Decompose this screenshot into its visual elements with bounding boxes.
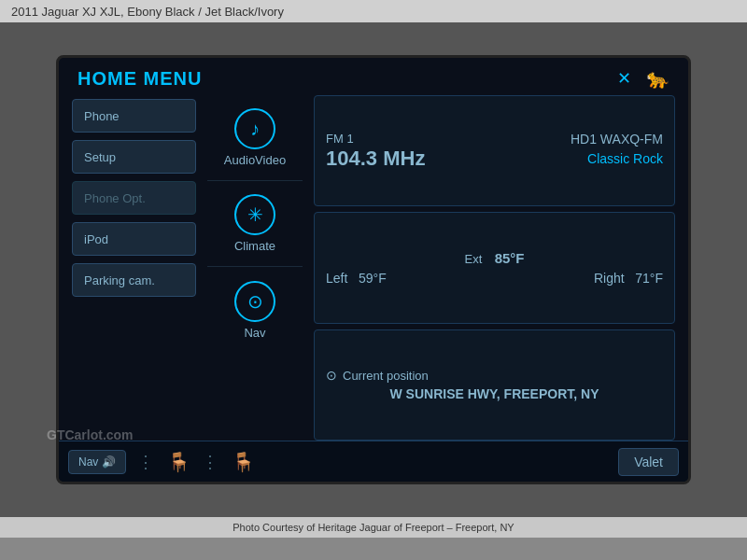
climate-left-label: Left: [326, 271, 347, 286]
audio-frequency: 104.3 MHz: [326, 147, 425, 171]
climate-ext-temp: 85°F: [495, 250, 525, 266]
seat-left-icon: 🪑: [167, 451, 190, 473]
valet-button[interactable]: Valet: [618, 448, 679, 476]
current-pos-row: ⊙ Current position: [326, 368, 663, 383]
audio-genre: Classic Rock: [587, 151, 663, 166]
nav-icon: ⊙: [234, 281, 275, 322]
screen-wrapper: HOME MENU ✕ 🐆 Phone Setup Phone Opt. iPo…: [0, 22, 747, 517]
screen-footer: Nav 🔊 ⋮ 🪑 ⋮ 🪑 Valet: [59, 441, 688, 482]
nav-address: W SUNRISE HWY, FREEPORT, NY: [326, 386, 663, 401]
climate-right: Right 71°F: [594, 271, 663, 286]
climate-left-temp: 59°F: [359, 271, 387, 286]
audiovideo-icon: ♪: [234, 108, 275, 149]
nav-item[interactable]: ⊙ Nav: [207, 267, 303, 353]
audiovideo-label: AudioVideo: [224, 153, 286, 167]
audio-station: HD1 WAXQ-FM: [571, 132, 663, 147]
climate-panel: Ext 85°F Left 59°F Right: [314, 212, 675, 323]
climate-right-label: Right: [594, 271, 625, 286]
audiovideo-item[interactable]: ♪ AudioVideo: [207, 95, 303, 181]
audio-top-row: FM 1 HD1 WAXQ-FM: [326, 132, 663, 147]
phone-opt-button[interactable]: Phone Opt.: [72, 181, 196, 215]
footer-dots-right: ⋮: [202, 452, 220, 472]
infotainment-screen: HOME MENU ✕ 🐆 Phone Setup Phone Opt. iPo…: [56, 55, 691, 484]
climate-ext-label: Ext: [465, 252, 483, 266]
caption-text: Photo Courtesy of Heritage Jaguar of Fre…: [233, 522, 514, 533]
header-icons: ✕ 🐆: [617, 67, 669, 90]
climate-label: Climate: [234, 239, 275, 253]
audio-band: FM 1: [326, 132, 354, 146]
car-title: 2011 Jaguar XJ XJL,: [11, 5, 124, 19]
climate-left: Left 59°F: [326, 271, 387, 286]
bottom-caption: Photo Courtesy of Heritage Jaguar of Fre…: [0, 517, 747, 538]
ipod-button[interactable]: iPod: [72, 222, 196, 256]
middle-menu: ♪ AudioVideo ✳ Climate ⊙ Nav: [204, 95, 306, 441]
current-pos-label: Current position: [343, 369, 429, 383]
speaker-icon: 🔊: [102, 455, 116, 469]
car-subtitle: Ebony Black / Jet Black/Ivory: [127, 5, 284, 19]
climate-item[interactable]: ✳ Climate: [207, 181, 303, 267]
climate-right-temp: 71°F: [635, 271, 663, 286]
left-menu: Phone Setup Phone Opt. iPod Parking cam.: [68, 95, 204, 441]
climate-icon: ✳: [234, 194, 275, 235]
audio-bottom-row: 104.3 MHz Classic Rock: [326, 147, 663, 171]
parking-cam-button[interactable]: Parking cam.: [72, 263, 196, 297]
audio-panel: FM 1 HD1 WAXQ-FM 104.3 MHz Classic Rock: [314, 95, 675, 206]
right-info: FM 1 HD1 WAXQ-FM 104.3 MHz Classic Rock …: [306, 95, 679, 441]
home-menu-title: HOME MENU: [78, 68, 202, 90]
nav-footer-button[interactable]: Nav 🔊: [68, 450, 126, 474]
phone-button[interactable]: Phone: [72, 99, 196, 133]
footer-left: Nav 🔊 ⋮ 🪑 ⋮ 🪑: [68, 450, 255, 474]
screen-body: Phone Setup Phone Opt. iPod Parking cam.…: [59, 95, 688, 441]
climate-sides: Left 59°F Right 71°F: [326, 271, 663, 286]
top-bar: 2011 Jaguar XJ XJL, Ebony Black / Jet Bl…: [0, 0, 747, 22]
bluetooth-icon: ✕: [617, 68, 631, 89]
nav-footer-label: Nav: [78, 455, 98, 469]
nav-panel: ⊙ Current position W SUNRISE HWY, FREEPO…: [314, 329, 675, 441]
screen-header: HOME MENU ✕ 🐆: [59, 58, 688, 95]
footer-dots-left: ⋮: [137, 452, 156, 472]
jaguar-logo-icon: 🐆: [646, 67, 669, 90]
location-icon: ⊙: [326, 368, 337, 383]
setup-button[interactable]: Setup: [72, 140, 196, 174]
nav-label: Nav: [244, 326, 265, 340]
seat-right-icon: 🪑: [232, 451, 255, 473]
